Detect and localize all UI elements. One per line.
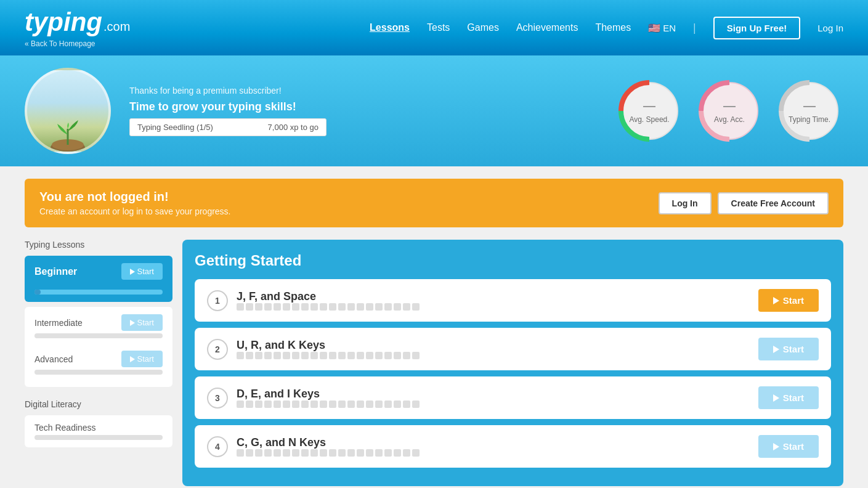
avg-speed-stat: — Avg. Speed.	[615, 77, 683, 145]
lesson-number-2: 2	[207, 339, 228, 360]
flag-icon: 🇺🇸	[648, 22, 660, 34]
play-icon	[773, 297, 779, 304]
lesson-number-3: 3	[207, 388, 228, 409]
xp-bar-container: Typing Seedling (1/5) 7,000 xp to go	[129, 118, 327, 136]
main-content: Typing Lessons Beginner Start	[25, 240, 843, 486]
profile-info: Thanks for being a premium subscriber! T…	[129, 86, 597, 136]
notification-banner: You are not logged in! Create an account…	[25, 179, 843, 227]
nav-achievements[interactable]: Achievements	[516, 22, 578, 33]
start-label: Start	[137, 267, 154, 276]
start-label: Start	[783, 344, 804, 354]
beginner-start-button[interactable]: Start	[121, 263, 163, 280]
lesson-4-start-button[interactable]: Start	[758, 435, 819, 458]
lesson-dots-3	[237, 401, 420, 408]
lessons-section-title: Getting Started	[195, 252, 831, 269]
tech-readiness-label: Tech Readiness	[34, 423, 96, 433]
lesson-dots-4	[237, 449, 420, 457]
nav-themes[interactable]: Themes	[595, 22, 631, 33]
lesson-name-2: U, R, and K Keys	[237, 339, 420, 352]
beginner-progress-fill	[34, 290, 41, 295]
intermediate-section: Intermediate Start	[34, 314, 163, 338]
avg-acc-value: —	[723, 99, 736, 113]
advanced-label: Advanced	[34, 354, 73, 364]
sidebar-title: Typing Lessons	[25, 240, 172, 250]
nav-games[interactable]: Games	[467, 22, 499, 33]
lesson-dots-2	[237, 352, 420, 359]
start-label: Start	[783, 295, 804, 306]
play-icon	[773, 443, 779, 450]
play-icon	[773, 394, 779, 402]
start-label: Start	[783, 392, 804, 403]
lesson-card-2: 2 U, R, and K Keys	[195, 328, 831, 370]
avg-speed-label: Avg. Speed.	[629, 115, 669, 124]
typing-time-value: —	[803, 99, 816, 113]
sidebar-section-intermediate-advanced: Intermediate Start Advanced	[25, 307, 172, 387]
lesson-number-4: 4	[207, 436, 228, 457]
language-selector[interactable]: 🇺🇸 EN	[648, 22, 676, 34]
play-icon	[130, 269, 135, 275]
lesson-name-1: J, F, and Space	[237, 290, 420, 303]
grow-text: Time to grow your typing skills!	[129, 100, 597, 113]
signup-button[interactable]: Sign Up Free!	[713, 17, 801, 39]
lesson-3-start-button[interactable]: Start	[758, 386, 819, 409]
sidebar-section-tech: Tech Readiness	[25, 415, 172, 447]
beginner-label: Beginner	[34, 266, 77, 277]
lesson-card-4: 4 C, G, and N Keys	[195, 425, 831, 468]
notif-text: You are not logged in! Create an account…	[39, 190, 231, 216]
premium-text: Thanks for being a premium subscriber!	[129, 86, 597, 96]
logo-typing: typing	[25, 7, 102, 37]
level-label: Typing Seedling (1/5)	[137, 123, 213, 132]
play-icon	[130, 356, 135, 362]
lang-code: EN	[663, 23, 676, 33]
stats-circles: — Avg. Speed. — Avg. Acc.	[615, 77, 843, 145]
avg-acc-label: Avg. Acc.	[714, 115, 745, 124]
profile-banner: Thanks for being a premium subscriber! T…	[0, 55, 868, 166]
xp-to-go: 7,000 xp to go	[268, 123, 318, 132]
lesson-card-3: 3 D, E, and I Keys	[195, 376, 831, 419]
back-to-homepage-link[interactable]: « Back To Homepage	[25, 39, 130, 48]
lesson-2-start-button[interactable]: Start	[758, 338, 819, 360]
notif-actions: Log In Create Free Account	[659, 192, 829, 214]
intermediate-progress-bar	[34, 333, 163, 338]
logo: typing .com	[25, 7, 130, 37]
beginner-progress-bar	[34, 290, 163, 295]
advanced-progress-bar	[34, 370, 163, 375]
nav-tests[interactable]: Tests	[427, 22, 450, 33]
intermediate-start-button[interactable]: Start	[121, 314, 163, 331]
create-account-button[interactable]: Create Free Account	[718, 192, 829, 214]
advanced-start-button[interactable]: Start	[121, 351, 163, 367]
login-button[interactable]: Log In	[659, 192, 712, 214]
lessons-panel: Getting Started 1 J, F, and Space	[182, 240, 843, 486]
start-label: Start	[137, 318, 154, 327]
digital-literacy-title: Digital Literacy	[25, 399, 172, 409]
avg-speed-value: —	[643, 99, 655, 113]
start-label: Start	[137, 354, 154, 364]
avatar	[25, 68, 111, 154]
lesson-card-1: 1 J, F, and Space	[195, 279, 831, 322]
advanced-section: Advanced Start	[34, 351, 163, 375]
typing-time-stat: — Typing Time.	[776, 77, 843, 145]
nav-divider: |	[693, 22, 696, 35]
plant-illustration	[46, 112, 89, 152]
start-label: Start	[783, 441, 804, 452]
tech-progress-bar	[34, 435, 163, 440]
play-icon	[130, 320, 135, 326]
logo-dot-com: .com	[103, 20, 130, 34]
lesson-1-start-button[interactable]: Start	[758, 289, 819, 312]
lesson-name-4: C, G, and N Keys	[237, 436, 420, 449]
login-nav-button[interactable]: Log In	[817, 23, 843, 33]
sidebar: Typing Lessons Beginner Start	[25, 240, 172, 486]
header: typing .com « Back To Homepage Lessons T…	[0, 0, 868, 55]
avg-acc-stat: — Avg. Acc.	[696, 77, 763, 145]
lesson-number-1: 1	[207, 290, 228, 311]
notif-subtitle: Create an account or log in to save your…	[39, 206, 231, 216]
sidebar-section-beginner: Beginner Start	[25, 256, 172, 302]
logo-area: typing .com « Back To Homepage	[25, 7, 130, 48]
typing-time-label: Typing Time.	[789, 115, 830, 124]
play-icon	[773, 346, 779, 353]
intermediate-label: Intermediate	[34, 318, 83, 328]
lesson-name-3: D, E, and I Keys	[237, 388, 420, 401]
nav-lessons[interactable]: Lessons	[370, 22, 410, 33]
notif-title: You are not logged in!	[39, 190, 231, 204]
main-nav: Lessons Tests Games Achievements Themes …	[370, 17, 843, 39]
